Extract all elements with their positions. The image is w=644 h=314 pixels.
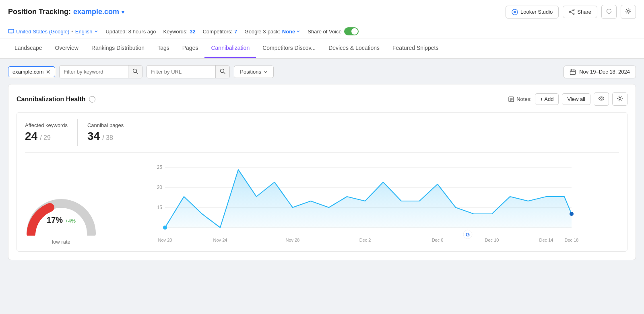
share-icon bbox=[569, 9, 575, 15]
affected-keywords-stat: Affected keywords 24 / 29 bbox=[25, 119, 77, 146]
svg-text:25: 25 bbox=[157, 164, 163, 170]
cannibal-pages-stat: Cannibal pages 34 / 38 bbox=[77, 119, 133, 146]
tab-devices-locations[interactable]: Devices & Locations bbox=[322, 39, 386, 58]
location-link[interactable]: United States (Google) bbox=[16, 29, 69, 35]
svg-point-1 bbox=[514, 11, 516, 13]
main-content: example.com ✕ Positions Nov bbox=[0, 59, 644, 267]
calendar-icon bbox=[570, 69, 576, 75]
url-filter-input[interactable] bbox=[147, 66, 215, 78]
stats-row: Affected keywords 24 / 29 Cannibal pages… bbox=[25, 119, 619, 153]
svg-rect-8 bbox=[8, 29, 14, 33]
svg-text:G: G bbox=[466, 232, 470, 238]
settings-button[interactable] bbox=[621, 5, 636, 19]
competitors-item: Competitors: 7 bbox=[203, 29, 237, 35]
svg-line-6 bbox=[571, 12, 573, 14]
tab-overview[interactable]: Overview bbox=[49, 39, 85, 58]
top-bar: Position Tracking: example.com ▾ Looker … bbox=[0, 0, 644, 24]
tab-landscape[interactable]: Landscape bbox=[8, 39, 49, 58]
updated-item: Updated: 8 hours ago bbox=[105, 29, 156, 35]
card-title-wrap: Cannibalization Health i bbox=[17, 96, 95, 103]
notes-icon bbox=[508, 96, 514, 103]
chart-start-dot bbox=[163, 226, 167, 230]
visibility-button[interactable] bbox=[594, 92, 609, 106]
svg-line-14 bbox=[224, 72, 225, 74]
eye-icon bbox=[598, 95, 605, 102]
url-filter-search-button[interactable] bbox=[215, 66, 229, 78]
remove-domain-tag-button[interactable]: ✕ bbox=[46, 69, 51, 75]
sub-bar: United States (Google) • English Updated… bbox=[0, 24, 644, 39]
svg-point-7 bbox=[627, 10, 630, 12]
refresh-icon bbox=[606, 8, 612, 14]
svg-line-5 bbox=[571, 10, 573, 11]
svg-text:Dec 18: Dec 18 bbox=[565, 238, 579, 242]
tab-cannibalization[interactable]: Cannibalization bbox=[204, 39, 256, 58]
keywords-item: Keywords: 32 bbox=[163, 29, 195, 35]
card-settings-button[interactable] bbox=[612, 92, 627, 106]
tab-featured-snippets[interactable]: Featured Snippets bbox=[386, 39, 445, 58]
page-title: Position Tracking: bbox=[8, 8, 71, 16]
gear-icon-card bbox=[617, 95, 623, 102]
line-chart-svg: 25 20 15 bbox=[105, 159, 619, 244]
tab-tags[interactable]: Tags bbox=[151, 39, 176, 58]
positions-dropdown-icon bbox=[264, 70, 268, 74]
gauge-label: low rate bbox=[52, 239, 70, 245]
search-icon bbox=[132, 68, 138, 74]
date-range-picker-button[interactable]: Nov 19–Dec 18, 2024 bbox=[564, 66, 636, 78]
svg-line-12 bbox=[136, 72, 138, 74]
svg-text:Dec 6: Dec 6 bbox=[432, 238, 444, 242]
filter-row-left: example.com ✕ Positions bbox=[8, 65, 274, 78]
svg-text:Dec 2: Dec 2 bbox=[359, 238, 371, 242]
card-actions: Notes: + Add View all bbox=[508, 92, 627, 106]
loading-button[interactable] bbox=[601, 5, 617, 19]
view-all-button[interactable]: View all bbox=[562, 93, 590, 105]
keyword-filter-wrap bbox=[59, 65, 142, 78]
domain-dropdown-icon[interactable]: ▾ bbox=[122, 9, 124, 15]
sov-toggle[interactable] bbox=[344, 27, 359, 35]
tab-competitors-discovery[interactable]: Competitors Discov... bbox=[256, 39, 322, 58]
language-link[interactable]: English bbox=[75, 29, 93, 35]
google3pack-item: Google 3-pack: None bbox=[245, 29, 301, 35]
card-title: Cannibalization Health bbox=[17, 96, 86, 103]
svg-marker-33 bbox=[165, 170, 572, 228]
active-domain-tag: example.com ✕ bbox=[8, 66, 55, 77]
svg-text:Nov 20: Nov 20 bbox=[158, 238, 172, 242]
tab-rankings-distribution[interactable]: Rankings Distribution bbox=[85, 39, 151, 58]
svg-point-23 bbox=[599, 97, 604, 100]
svg-point-25 bbox=[619, 98, 621, 100]
search-icon-2 bbox=[220, 68, 225, 74]
keyword-filter-input[interactable] bbox=[60, 66, 128, 78]
google3pack-dropdown-icon bbox=[296, 29, 300, 33]
active-domain-label: example.com bbox=[12, 69, 43, 75]
svg-text:Dec 10: Dec 10 bbox=[485, 238, 499, 242]
svg-text:20: 20 bbox=[157, 185, 163, 190]
domain-link[interactable]: example.com bbox=[73, 8, 119, 16]
positions-dropdown-button[interactable]: Positions bbox=[234, 66, 274, 78]
url-filter-wrap bbox=[147, 65, 230, 78]
share-button[interactable]: Share bbox=[563, 6, 597, 18]
looker-icon bbox=[512, 9, 518, 15]
notes-wrap: Notes: bbox=[508, 96, 532, 103]
svg-rect-15 bbox=[570, 70, 576, 75]
sov-item: Share of Voice bbox=[308, 27, 359, 35]
gauge-percent: 17% +4% bbox=[47, 215, 76, 225]
keyword-filter-search-button[interactable] bbox=[128, 66, 142, 78]
cannibal-value: 34 bbox=[87, 130, 100, 143]
google3pack-dropdown[interactable]: None bbox=[282, 29, 301, 35]
language-dropdown-icon[interactable] bbox=[94, 29, 98, 33]
affected-total: / 29 bbox=[40, 134, 51, 142]
add-note-button[interactable]: + Add bbox=[535, 93, 559, 105]
info-icon[interactable]: i bbox=[89, 96, 95, 103]
nav-tabs: Landscape Overview Rankings Distribution… bbox=[0, 39, 644, 59]
svg-point-24 bbox=[601, 98, 602, 99]
svg-text:Nov 24: Nov 24 bbox=[213, 238, 227, 242]
chart-area: 17% +4% low rate 25 20 bbox=[25, 159, 619, 245]
chart-end-dot bbox=[570, 212, 574, 216]
gear-icon bbox=[625, 8, 632, 14]
svg-point-2 bbox=[569, 11, 571, 13]
location-item: United States (Google) • English bbox=[8, 29, 98, 35]
tab-pages[interactable]: Pages bbox=[176, 39, 205, 58]
looker-studio-button[interactable]: Looker Studio bbox=[506, 6, 559, 18]
svg-point-4 bbox=[573, 13, 574, 15]
monitor-icon bbox=[8, 29, 14, 34]
top-bar-left: Position Tracking: example.com ▾ bbox=[8, 8, 124, 16]
